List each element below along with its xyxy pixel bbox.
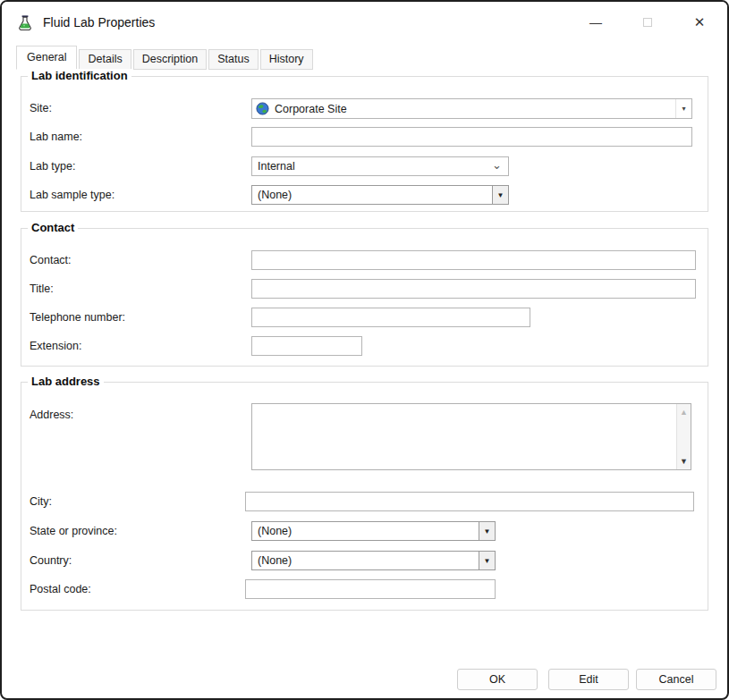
title-label: Title: xyxy=(30,279,54,299)
lab-sample-type-label: Lab sample type: xyxy=(30,185,114,205)
group-lab-address: Lab address Address: ▲ ▼ City: State or … xyxy=(21,382,708,611)
tab-general[interactable]: General xyxy=(16,46,77,70)
tab-details[interactable]: Details xyxy=(79,49,131,70)
state-or-province-value: (None) xyxy=(258,525,292,537)
tab-strip: General Details Description Status Histo… xyxy=(16,46,315,70)
extension-input[interactable] xyxy=(251,336,362,356)
flask-icon xyxy=(17,14,33,30)
ok-button[interactable]: OK xyxy=(457,669,538,690)
close-button[interactable]: ✕ xyxy=(674,2,725,42)
site-dropdown-arrow-icon[interactable]: ▾ xyxy=(675,99,691,118)
titlebar: Fluid Lab Properties — ✕ xyxy=(2,2,727,42)
group-lab-identification: Lab identification Site: Corporate Site … xyxy=(21,76,708,212)
telephone-number-label: Telephone number: xyxy=(30,308,125,327)
lab-name-input[interactable] xyxy=(251,127,692,147)
group-lab-identification-title: Lab identification xyxy=(28,69,131,82)
site-combobox[interactable]: Corporate Site ▾ xyxy=(251,98,692,119)
site-globe-icon xyxy=(256,102,269,115)
country-label: Country: xyxy=(30,551,72,570)
city-input[interactable] xyxy=(245,492,694,511)
scroll-down-icon[interactable]: ▼ xyxy=(677,453,691,469)
lab-sample-type-value: (None) xyxy=(258,189,292,201)
state-or-province-select[interactable]: (None) ▼ xyxy=(251,521,496,541)
state-or-province-label: State or province: xyxy=(30,521,117,541)
maximize-icon xyxy=(643,18,652,27)
site-value: Corporate Site xyxy=(275,103,347,115)
window-controls: — ✕ xyxy=(570,2,725,42)
state-dropdown-arrow-icon[interactable]: ▼ xyxy=(479,522,495,540)
address-field: ▲ ▼ xyxy=(251,403,691,470)
tab-status[interactable]: Status xyxy=(208,49,258,70)
address-textarea[interactable] xyxy=(252,404,676,469)
address-label: Address: xyxy=(30,405,73,425)
group-contact-title: Contact xyxy=(28,221,78,234)
contact-label: Contact: xyxy=(30,250,72,270)
lab-sample-type-select[interactable]: (None) ▼ xyxy=(251,185,509,205)
country-dropdown-arrow-icon[interactable]: ▼ xyxy=(479,552,495,569)
country-select[interactable]: (None) ▼ xyxy=(251,551,496,570)
extension-label: Extension: xyxy=(30,336,81,356)
group-lab-address-title: Lab address xyxy=(28,375,104,388)
scroll-up-icon[interactable]: ▲ xyxy=(677,404,691,420)
edit-button[interactable]: Edit xyxy=(548,669,629,690)
postal-code-input[interactable] xyxy=(245,579,496,599)
window-title: Fluid Lab Properties xyxy=(43,15,155,30)
postal-code-label: Postal code: xyxy=(30,579,91,599)
tab-description[interactable]: Description xyxy=(133,49,208,70)
city-label: City: xyxy=(30,492,52,511)
group-contact: Contact Contact: Title: Telephone number… xyxy=(21,228,708,367)
minimize-button[interactable]: — xyxy=(570,2,622,42)
lab-type-value: Internal xyxy=(258,160,295,173)
fluid-lab-properties-dialog: Fluid Lab Properties — ✕ General Details… xyxy=(0,0,729,700)
title-input[interactable] xyxy=(251,279,696,299)
address-scrollbar[interactable]: ▲ ▼ xyxy=(676,404,691,469)
lab-type-select[interactable]: Internal ⌄ xyxy=(251,156,509,176)
lab-name-label: Lab name: xyxy=(30,127,82,147)
maximize-button xyxy=(622,2,674,42)
tab-history[interactable]: History xyxy=(260,49,313,70)
telephone-number-input[interactable] xyxy=(251,308,530,327)
site-label: Site: xyxy=(30,98,52,118)
country-value: (None) xyxy=(258,554,292,567)
contact-input[interactable] xyxy=(251,250,696,270)
cancel-button[interactable]: Cancel xyxy=(636,669,716,690)
lab-type-label: Lab type: xyxy=(30,156,75,176)
lab-type-chevron-down-icon: ⌄ xyxy=(492,158,502,172)
lab-sample-type-dropdown-arrow-icon[interactable]: ▼ xyxy=(492,186,508,204)
